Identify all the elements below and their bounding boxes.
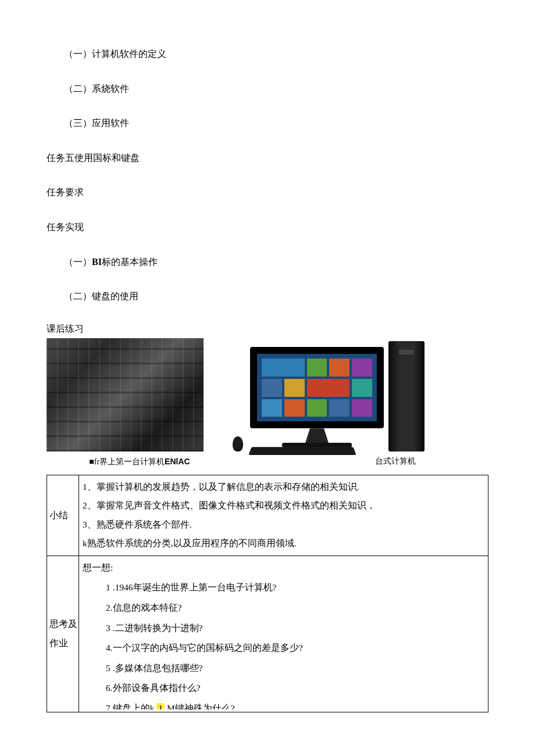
caption-eniac: ■fr界上第一台计算机ENlAC <box>47 455 233 468</box>
text: 任务要求 <box>47 187 84 197</box>
pc-image-box <box>227 338 448 452</box>
text: （二）键盘的使用 <box>64 291 138 301</box>
outline-item-2-1: （一）BI标的基本操作 <box>47 255 488 270</box>
text-post: 标的基本操作 <box>102 257 158 267</box>
summary-table: 小结 1、掌握计算机的发展趋势，以及了解信息的表示和存储的相关知识. 2、掌握常… <box>47 475 488 712</box>
caption-bold: ENlAC <box>165 457 190 466</box>
cutoff-post: M键神殊为什么? <box>167 699 235 710</box>
summary-item: 1、掌握计算机的发展趋势，以及了解信息的表示和存储的相关知识. <box>83 478 487 497</box>
question-item: 5 .多媒体信息包括哪些? <box>106 659 487 678</box>
eniac-image-box <box>47 338 204 452</box>
text: 课后练习 <box>47 324 84 334</box>
cutoff-line: 7 键盘上的k 1 M键神殊为什么? <box>83 699 487 710</box>
question-list: 1 .1946年诞生的世界上第一台电子计算机? 2.信息的戏本特征? 3 .二进… <box>83 578 487 697</box>
label-text: 思考及作业 <box>49 619 77 648</box>
table-row: 小结 1、掌握计算机的发展趋势，以及了解信息的表示和存储的相关知识. 2、掌握常… <box>47 475 488 556</box>
outline-item-1-3: （三）应用软件 <box>47 116 488 131</box>
text: 任务五使用国标和键盘 <box>47 153 140 163</box>
summary-item: 2、掌握常见声音文件格式、图像文件格式和视频文件格式的相关知识， <box>83 496 487 515</box>
cutoff-pre: 7 键盘上的k <box>106 699 154 710</box>
task-requirements: 任务要求 <box>47 185 488 200</box>
eniac-image <box>47 338 204 452</box>
text: 任务实现 <box>47 222 84 232</box>
text: （三）应用软件 <box>64 118 129 128</box>
outline-item-1-1: （一）计算机软件的定义 <box>47 46 488 62</box>
outline-item-2-2: （二）键盘的使用 <box>47 289 488 304</box>
caption-pre: ■fr界上第一台计算机 <box>89 457 165 466</box>
outline-item-1-2: （二）系烧软件 <box>47 81 488 96</box>
task-5-title: 任务五使用国标和键盘 <box>47 151 488 166</box>
summary-item: k熟悉软件系统的分类,以及应用程序的不同商用领域. <box>83 534 487 553</box>
question-item: 2.信息的戏本特征? <box>106 599 487 618</box>
after-class-practice: 课后练习 <box>47 321 488 336</box>
question-item: 6.外部设备具体指什么? <box>106 679 487 698</box>
keyboard-icon <box>248 447 356 456</box>
tower-icon <box>388 341 425 452</box>
monitor-icon <box>250 347 384 452</box>
caption-text: 台式计算机 <box>375 457 416 465</box>
text: （一）计算机软件的定义 <box>64 49 166 59</box>
captions-row: ■fr界上第一台计算机ENlAC 台式计算机 <box>47 455 488 468</box>
summary-label: 小结 <box>47 475 79 556</box>
question-item: 3 .二进制转换为十进制? <box>106 619 487 638</box>
think-intro: 想一想: <box>83 558 487 578</box>
cutoff-highlight: 1 <box>156 703 165 710</box>
mouse-icon <box>233 436 243 452</box>
table-row: 思考及作业 想一想: 1 .1946年诞生的世界上第一台电子计算机? 2.信息的… <box>47 556 488 712</box>
label-text: 小结 <box>49 510 68 520</box>
text-pre: （一） <box>64 257 92 267</box>
question-item: 4.一个汉字的内码与它的国标码之间的差是多少? <box>106 639 487 658</box>
homework-label: 思考及作业 <box>47 556 79 712</box>
text: （二）系烧软件 <box>64 84 129 94</box>
summary-content: 1、掌握计算机的发展趋势，以及了解信息的表示和存储的相关知识. 2、掌握常见声音… <box>79 475 488 556</box>
text-bold: BI <box>92 257 102 267</box>
task-implementation: 任务实现 <box>47 220 488 235</box>
pc-image <box>227 338 448 452</box>
caption-pc: 台式计算机 <box>233 455 488 468</box>
images-row <box>47 338 488 452</box>
question-item: 1 .1946年诞生的世界上第一台电子计算机? <box>106 578 487 597</box>
summary-item: 3、熟悉硬件系统各个部件. <box>83 515 487 535</box>
homework-content: 想一想: 1 .1946年诞生的世界上第一台电子计算机? 2.信息的戏本特征? … <box>79 556 488 712</box>
